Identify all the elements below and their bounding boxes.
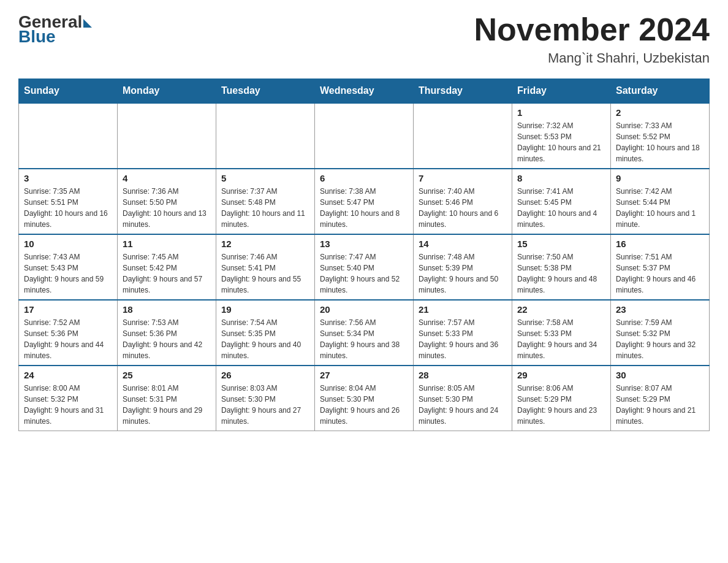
day-number: 5 — [221, 173, 309, 183]
day-info: Sunrise: 7:59 AMSunset: 5:32 PMDaylight:… — [616, 317, 704, 361]
day-number: 28 — [419, 370, 507, 380]
col-thursday: Thursday — [414, 79, 512, 104]
table-row: 22Sunrise: 7:58 AMSunset: 5:33 PMDayligh… — [512, 300, 611, 366]
day-number: 12 — [221, 239, 309, 249]
table-row: 18Sunrise: 7:53 AMSunset: 5:36 PMDayligh… — [118, 300, 216, 366]
table-row — [414, 103, 512, 169]
day-number: 30 — [616, 370, 704, 380]
table-row: 5Sunrise: 7:37 AMSunset: 5:48 PMDaylight… — [216, 169, 315, 234]
day-info: Sunrise: 7:36 AMSunset: 5:50 PMDaylight:… — [123, 186, 211, 230]
table-row: 28Sunrise: 8:05 AMSunset: 5:30 PMDayligh… — [414, 366, 512, 431]
day-info: Sunrise: 8:04 AMSunset: 5:30 PMDaylight:… — [320, 383, 408, 427]
day-info: Sunrise: 7:45 AMSunset: 5:42 PMDaylight:… — [123, 251, 211, 296]
table-row: 29Sunrise: 8:06 AMSunset: 5:29 PMDayligh… — [512, 366, 611, 431]
day-info: Sunrise: 7:47 AMSunset: 5:40 PMDaylight:… — [320, 251, 408, 296]
table-row: 7Sunrise: 7:40 AMSunset: 5:46 PMDaylight… — [414, 169, 512, 234]
day-info: Sunrise: 8:03 AMSunset: 5:30 PMDaylight:… — [221, 383, 309, 427]
day-info: Sunrise: 7:56 AMSunset: 5:34 PMDaylight:… — [320, 317, 408, 361]
table-row: 3Sunrise: 7:35 AMSunset: 5:51 PMDaylight… — [19, 169, 118, 234]
col-friday: Friday — [512, 79, 611, 104]
day-info: Sunrise: 7:46 AMSunset: 5:41 PMDaylight:… — [221, 251, 309, 296]
col-saturday: Saturday — [611, 79, 710, 104]
table-row: 23Sunrise: 7:59 AMSunset: 5:32 PMDayligh… — [611, 300, 710, 366]
day-info: Sunrise: 7:32 AMSunset: 5:53 PMDaylight:… — [517, 120, 605, 164]
calendar-week-row: 17Sunrise: 7:52 AMSunset: 5:36 PMDayligh… — [19, 300, 710, 366]
day-number: 2 — [616, 107, 704, 118]
table-row: 6Sunrise: 7:38 AMSunset: 5:47 PMDaylight… — [315, 169, 414, 234]
day-info: Sunrise: 7:51 AMSunset: 5:37 PMDaylight:… — [616, 251, 704, 296]
table-row: 26Sunrise: 8:03 AMSunset: 5:30 PMDayligh… — [216, 366, 315, 431]
day-info: Sunrise: 7:41 AMSunset: 5:45 PMDaylight:… — [517, 186, 605, 230]
day-number: 18 — [123, 304, 211, 315]
day-number: 9 — [616, 173, 704, 183]
day-number: 14 — [419, 239, 507, 249]
day-number: 24 — [24, 370, 112, 380]
day-info: Sunrise: 7:40 AMSunset: 5:46 PMDaylight:… — [419, 186, 507, 230]
day-info: Sunrise: 7:58 AMSunset: 5:33 PMDaylight:… — [517, 317, 605, 361]
calendar-week-row: 1Sunrise: 7:32 AMSunset: 5:53 PMDaylight… — [19, 103, 710, 169]
day-info: Sunrise: 7:43 AMSunset: 5:43 PMDaylight:… — [24, 251, 112, 296]
col-tuesday: Tuesday — [216, 79, 315, 104]
table-row — [216, 103, 315, 169]
table-row — [315, 103, 414, 169]
day-info: Sunrise: 7:52 AMSunset: 5:36 PMDaylight:… — [24, 317, 112, 361]
day-info: Sunrise: 8:01 AMSunset: 5:31 PMDaylight:… — [123, 383, 211, 427]
col-monday: Monday — [118, 79, 216, 104]
table-row — [19, 103, 118, 169]
day-number: 11 — [123, 239, 211, 249]
table-row: 25Sunrise: 8:01 AMSunset: 5:31 PMDayligh… — [118, 366, 216, 431]
month-year-title: November 2024 — [474, 12, 710, 47]
calendar-table: Sunday Monday Tuesday Wednesday Thursday… — [18, 79, 710, 431]
table-row: 8Sunrise: 7:41 AMSunset: 5:45 PMDaylight… — [512, 169, 611, 234]
calendar-header-row: Sunday Monday Tuesday Wednesday Thursday… — [19, 79, 710, 104]
day-number: 3 — [24, 173, 112, 183]
table-row: 20Sunrise: 7:56 AMSunset: 5:34 PMDayligh… — [315, 300, 414, 366]
day-info: Sunrise: 7:50 AMSunset: 5:38 PMDaylight:… — [517, 251, 605, 296]
table-row: 27Sunrise: 8:04 AMSunset: 5:30 PMDayligh… — [315, 366, 414, 431]
day-number: 8 — [517, 173, 605, 183]
table-row: 13Sunrise: 7:47 AMSunset: 5:40 PMDayligh… — [315, 234, 414, 300]
day-number: 6 — [320, 173, 408, 183]
table-row: 12Sunrise: 7:46 AMSunset: 5:41 PMDayligh… — [216, 234, 315, 300]
day-info: Sunrise: 7:54 AMSunset: 5:35 PMDaylight:… — [221, 317, 309, 361]
calendar-week-row: 10Sunrise: 7:43 AMSunset: 5:43 PMDayligh… — [19, 234, 710, 300]
table-row: 4Sunrise: 7:36 AMSunset: 5:50 PMDaylight… — [118, 169, 216, 234]
day-number: 26 — [221, 370, 309, 380]
col-wednesday: Wednesday — [315, 79, 414, 104]
table-row: 19Sunrise: 7:54 AMSunset: 5:35 PMDayligh… — [216, 300, 315, 366]
day-number: 27 — [320, 370, 408, 380]
day-info: Sunrise: 8:07 AMSunset: 5:29 PMDaylight:… — [616, 383, 704, 427]
day-info: Sunrise: 7:35 AMSunset: 5:51 PMDaylight:… — [24, 186, 112, 230]
day-number: 25 — [123, 370, 211, 380]
table-row — [118, 103, 216, 169]
day-number: 10 — [24, 239, 112, 249]
day-number: 4 — [123, 173, 211, 183]
day-info: Sunrise: 8:06 AMSunset: 5:29 PMDaylight:… — [517, 383, 605, 427]
table-row: 10Sunrise: 7:43 AMSunset: 5:43 PMDayligh… — [19, 234, 118, 300]
logo-blue-text: Blue — [18, 27, 56, 47]
table-row: 14Sunrise: 7:48 AMSunset: 5:39 PMDayligh… — [414, 234, 512, 300]
day-info: Sunrise: 7:33 AMSunset: 5:52 PMDaylight:… — [616, 120, 704, 164]
location-subtitle: Mang`it Shahri, Uzbekistan — [474, 50, 710, 66]
table-row: 9Sunrise: 7:42 AMSunset: 5:44 PMDaylight… — [611, 169, 710, 234]
day-info: Sunrise: 7:38 AMSunset: 5:47 PMDaylight:… — [320, 186, 408, 230]
logo-triangle-icon — [83, 19, 92, 28]
col-sunday: Sunday — [19, 79, 118, 104]
day-number: 22 — [517, 304, 605, 315]
day-info: Sunrise: 8:05 AMSunset: 5:30 PMDaylight:… — [419, 383, 507, 427]
table-row: 11Sunrise: 7:45 AMSunset: 5:42 PMDayligh… — [118, 234, 216, 300]
table-row: 1Sunrise: 7:32 AMSunset: 5:53 PMDaylight… — [512, 103, 611, 169]
calendar-week-row: 3Sunrise: 7:35 AMSunset: 5:51 PMDaylight… — [19, 169, 710, 234]
day-info: Sunrise: 7:53 AMSunset: 5:36 PMDaylight:… — [123, 317, 211, 361]
day-number: 1 — [517, 107, 605, 118]
day-number: 21 — [419, 304, 507, 315]
table-row: 2Sunrise: 7:33 AMSunset: 5:52 PMDaylight… — [611, 103, 710, 169]
day-info: Sunrise: 8:00 AMSunset: 5:32 PMDaylight:… — [24, 383, 112, 427]
day-info: Sunrise: 7:37 AMSunset: 5:48 PMDaylight:… — [221, 186, 309, 230]
day-number: 7 — [419, 173, 507, 183]
day-info: Sunrise: 7:48 AMSunset: 5:39 PMDaylight:… — [419, 251, 507, 296]
logo: General Blue — [18, 12, 92, 47]
day-info: Sunrise: 7:57 AMSunset: 5:33 PMDaylight:… — [419, 317, 507, 361]
day-number: 20 — [320, 304, 408, 315]
day-number: 13 — [320, 239, 408, 249]
